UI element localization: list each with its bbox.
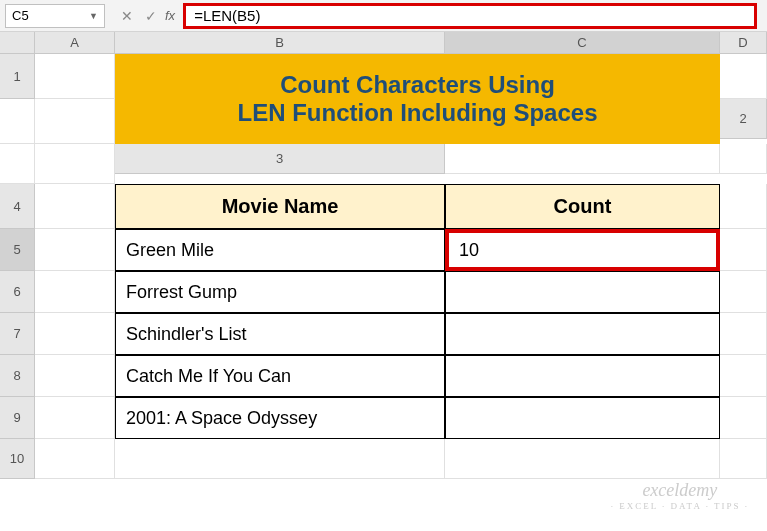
cell-d9[interactable] bbox=[720, 397, 767, 439]
cell-b1[interactable] bbox=[720, 54, 767, 99]
cell-c6[interactable] bbox=[445, 271, 720, 313]
row-header-6[interactable]: 6 bbox=[0, 271, 35, 313]
row-header-9[interactable]: 9 bbox=[0, 397, 35, 439]
title-merged-cell[interactable]: Count Characters Using LEN Function Incl… bbox=[115, 54, 720, 144]
title-line1: Count Characters Using bbox=[280, 71, 555, 99]
col-header-c[interactable]: C bbox=[445, 32, 720, 54]
watermark-sub: · EXCEL · DATA · TIPS · bbox=[611, 501, 749, 511]
cell-c8[interactable] bbox=[445, 355, 720, 397]
cell-d5[interactable] bbox=[720, 229, 767, 271]
cell-d3[interactable] bbox=[720, 144, 767, 174]
col-header-d[interactable]: D bbox=[720, 32, 767, 54]
cell-a9[interactable] bbox=[35, 397, 115, 439]
formula-text: =LEN(B5) bbox=[194, 7, 260, 24]
row-header-2[interactable]: 2 bbox=[720, 99, 767, 139]
cell-d7[interactable] bbox=[720, 313, 767, 355]
name-box[interactable]: C5 ▼ bbox=[5, 4, 105, 28]
chevron-down-icon[interactable]: ▼ bbox=[89, 11, 98, 21]
formula-toolbar: C5 ▼ ✕ ✓ fx =LEN(B5) bbox=[0, 0, 767, 32]
row-header-5[interactable]: 5 bbox=[0, 229, 35, 271]
spreadsheet: A B C D 1 2 Count Characters Using LEN F… bbox=[0, 32, 767, 479]
col-header-a[interactable]: A bbox=[35, 32, 115, 54]
header-count[interactable]: Count bbox=[445, 184, 720, 229]
watermark: exceldemy · EXCEL · DATA · TIPS · bbox=[611, 480, 749, 511]
cell-b8[interactable]: Catch Me If You Can bbox=[115, 355, 445, 397]
formula-controls: ✕ ✓ fx bbox=[115, 5, 181, 27]
cell-a4[interactable] bbox=[35, 184, 115, 229]
title-line2: LEN Function Including Spaces bbox=[237, 99, 597, 127]
cell-a5[interactable] bbox=[35, 229, 115, 271]
cancel-icon[interactable]: ✕ bbox=[115, 5, 139, 27]
cell-d4[interactable] bbox=[720, 184, 767, 229]
cell-b7[interactable]: Schindler's List bbox=[115, 313, 445, 355]
row-header-3[interactable]: 3 bbox=[115, 144, 445, 174]
cell-c7[interactable] bbox=[445, 313, 720, 355]
cell-a10[interactable] bbox=[35, 439, 115, 479]
cell-a2[interactable] bbox=[0, 144, 35, 184]
row-header-8[interactable]: 8 bbox=[0, 355, 35, 397]
cell-a6[interactable] bbox=[35, 271, 115, 313]
cell-d8[interactable] bbox=[720, 355, 767, 397]
header-movie[interactable]: Movie Name bbox=[115, 184, 445, 229]
cell-c1[interactable] bbox=[0, 99, 35, 144]
cell-d10[interactable] bbox=[720, 439, 767, 479]
cell-b9[interactable]: 2001: A Space Odyssey bbox=[115, 397, 445, 439]
cell-d1[interactable] bbox=[35, 99, 115, 144]
check-icon[interactable]: ✓ bbox=[139, 5, 163, 27]
formula-bar[interactable]: =LEN(B5) bbox=[183, 3, 757, 29]
row-header-4[interactable]: 4 bbox=[0, 184, 35, 229]
cell-a3[interactable] bbox=[445, 144, 720, 174]
cell-c5[interactable]: 10 bbox=[445, 229, 720, 271]
cell-a7[interactable] bbox=[35, 313, 115, 355]
row-header-1[interactable]: 1 bbox=[0, 54, 35, 99]
select-all-corner[interactable] bbox=[0, 32, 35, 54]
cell-b6[interactable]: Forrest Gump bbox=[115, 271, 445, 313]
name-box-value: C5 bbox=[12, 8, 29, 23]
cell-d6[interactable] bbox=[720, 271, 767, 313]
cell-a8[interactable] bbox=[35, 355, 115, 397]
cell-b10[interactable] bbox=[115, 439, 445, 479]
cell-c10[interactable] bbox=[445, 439, 720, 479]
fx-label[interactable]: fx bbox=[165, 8, 175, 23]
row-header-7[interactable]: 7 bbox=[0, 313, 35, 355]
watermark-main: exceldemy bbox=[611, 480, 749, 501]
col-header-b[interactable]: B bbox=[115, 32, 445, 54]
row-header-10[interactable]: 10 bbox=[0, 439, 35, 479]
cell-c9[interactable] bbox=[445, 397, 720, 439]
cell-a1[interactable] bbox=[35, 54, 115, 99]
cell-d2[interactable] bbox=[35, 144, 115, 184]
cell-b5[interactable]: Green Mile bbox=[115, 229, 445, 271]
